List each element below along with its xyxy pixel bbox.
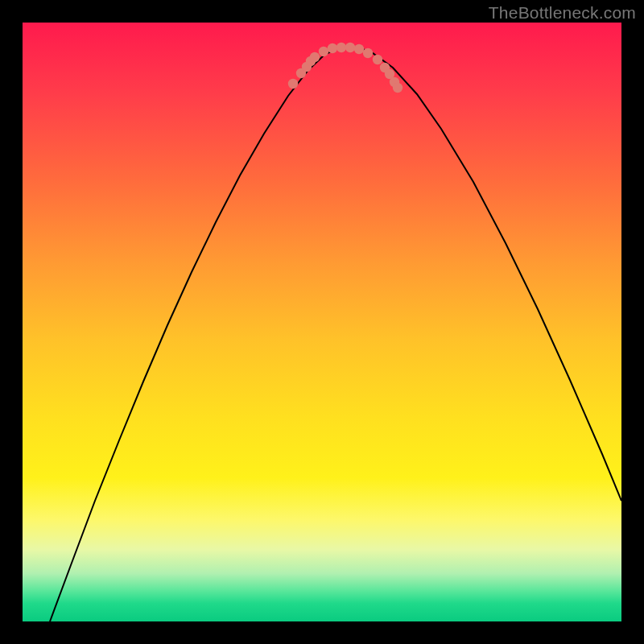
highlight-dot <box>319 47 328 56</box>
bottleneck-curve <box>50 47 621 621</box>
highlight-dot <box>328 43 337 53</box>
watermark-text: TheBottleneck.com <box>489 3 636 23</box>
highlight-dot <box>310 52 320 62</box>
highlight-dot <box>354 44 364 54</box>
chart-svg <box>23 23 621 621</box>
highlight-dot <box>288 79 298 89</box>
curve-group <box>50 47 621 621</box>
outer-frame: TheBottleneck.com <box>0 0 644 644</box>
markers-group <box>288 43 402 93</box>
highlight-dot <box>336 43 346 52</box>
highlight-dot <box>345 43 355 52</box>
highlight-dot <box>363 48 373 58</box>
highlight-dot <box>373 55 382 64</box>
highlight-dot <box>393 83 402 93</box>
plot-area <box>23 23 621 621</box>
